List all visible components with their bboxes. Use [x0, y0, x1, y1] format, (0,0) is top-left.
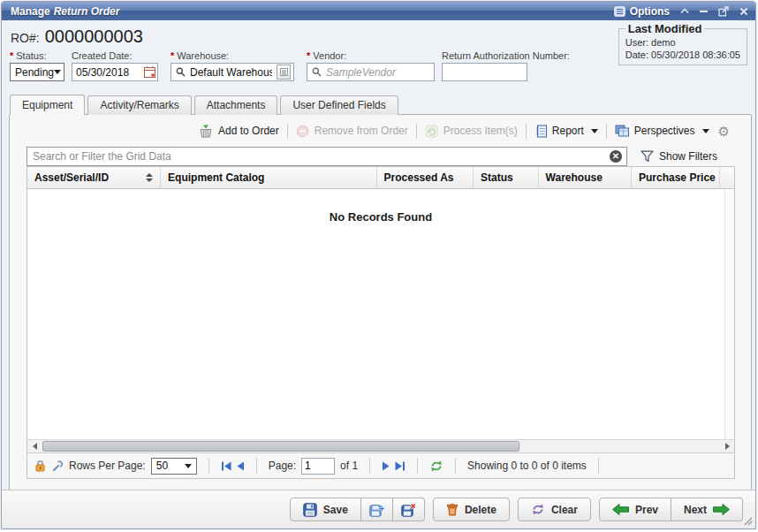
pager-separator	[256, 458, 257, 474]
grid-lock-icon[interactable]	[34, 460, 46, 472]
column-header-status[interactable]: Status	[474, 167, 539, 188]
chevron-up-icon	[680, 8, 689, 14]
tab-bar: Equipment Activity/Remarks Attachments U…	[10, 95, 398, 115]
warehouse-lookup-field[interactable]: Default Warehouse	[171, 63, 294, 81]
sort-icon	[140, 173, 153, 182]
tab-activity-remarks[interactable]: Activity/Remarks	[87, 95, 191, 115]
delete-button[interactable]: Delete	[433, 498, 510, 521]
column-header-equipment-catalog[interactable]: Equipment Catalog	[161, 167, 376, 188]
warehouse-picker-button[interactable]	[277, 65, 291, 80]
created-date-label: Created Date:	[72, 50, 158, 61]
perspectives-button[interactable]: Perspectives	[615, 125, 709, 137]
clear-search-icon[interactable]: ✕	[610, 150, 622, 163]
dropdown-arrow-icon	[54, 70, 61, 74]
return-auth-field-group: Return Authorization Number:	[442, 50, 570, 81]
options-button[interactable]: Options	[614, 5, 670, 18]
popout-icon	[718, 6, 729, 17]
clear-button[interactable]: Clear	[518, 498, 591, 521]
vendor-lookup-field[interactable]: SampleVendor	[307, 63, 435, 81]
grid-settings-gear-icon[interactable]: ⚙	[718, 125, 730, 138]
report-icon	[534, 125, 547, 138]
last-modified-box: Last Modified User: demo Date: 05/30/201…	[618, 22, 747, 65]
warehouse-field-group: *Warehouse: Default Warehouse	[171, 50, 294, 81]
vendor-label: *Vendor:	[307, 50, 435, 61]
dropdown-arrow-icon	[185, 464, 192, 468]
next-page-button[interactable]	[382, 461, 390, 471]
column-header-processed-as[interactable]: Processed As	[377, 167, 474, 188]
last-modified-date: Date: 05/30/2018 08:36:05	[625, 49, 740, 60]
minimize-icon	[700, 10, 708, 13]
vertical-scrollbar-track[interactable]	[724, 189, 734, 439]
first-page-button[interactable]	[221, 461, 232, 471]
column-header-purchase-price[interactable]: Purchase Price	[632, 167, 720, 188]
required-marker: *	[10, 50, 13, 61]
prev-button[interactable]: Prev	[599, 498, 671, 521]
save-and-new-button[interactable]	[361, 498, 393, 521]
delete-trash-icon	[446, 503, 459, 516]
add-to-order-button[interactable]: Add to Order	[199, 125, 279, 138]
horizontal-scrollbar-thumb[interactable]	[42, 441, 519, 452]
tab-equipment[interactable]: Equipment	[10, 95, 85, 115]
column-header-asset-serial-id[interactable]: Asset/Serial/ID	[27, 167, 161, 188]
column-header-warehouse[interactable]: Warehouse	[539, 167, 632, 188]
next-button[interactable]: Next	[671, 498, 743, 521]
next-arrow-icon	[713, 504, 730, 515]
window-title: ManageReturn Order	[11, 5, 119, 18]
return-auth-label: Return Authorization Number:	[442, 50, 570, 61]
dropdown-arrow-icon	[702, 129, 709, 133]
horizontal-scrollbar[interactable]	[27, 439, 734, 452]
grid-search-input[interactable]	[27, 147, 627, 166]
prev-arrow-icon	[612, 504, 629, 515]
prev-next-button-group: Prev Next	[599, 498, 743, 521]
status-select[interactable]: Pending	[10, 63, 64, 81]
save-icon	[303, 503, 317, 517]
dropdown-arrow-icon	[591, 129, 598, 133]
refresh-button[interactable]	[429, 460, 443, 472]
calendar-icon[interactable]	[143, 65, 156, 79]
vendor-field-group: *Vendor: SampleVendor	[307, 50, 435, 81]
perspectives-icon	[615, 125, 629, 137]
pager-separator	[455, 458, 456, 474]
window-title-emphasis: Return Order	[54, 5, 120, 18]
resize-grip[interactable]	[743, 516, 753, 526]
last-modified-user: User: demo	[625, 37, 740, 48]
tab-attachments[interactable]: Attachments	[194, 95, 278, 115]
ro-line: RO#: 0000000003	[11, 27, 143, 47]
options-label: Options	[630, 5, 670, 18]
equipment-grid: Asset/Serial/ID Equipment Catalog Proces…	[27, 166, 735, 479]
prev-page-button[interactable]	[237, 461, 245, 471]
tab-user-defined-fields[interactable]: User Defined Fields	[280, 95, 398, 115]
required-marker: *	[171, 50, 174, 61]
header-scroll-spacer	[720, 167, 734, 188]
grid-customize-wrench-icon[interactable]	[51, 460, 64, 472]
status-field-group: *Status: Pending	[10, 50, 64, 81]
pager-separator	[369, 458, 370, 474]
window-titlebar[interactable]: ManageReturn Order Options	[2, 2, 755, 20]
page-number-input[interactable]	[301, 458, 335, 475]
toolbar-separator	[526, 124, 527, 139]
scroll-left-arrow[interactable]	[27, 440, 42, 452]
remove-from-order-button[interactable]: Remove from Order	[296, 125, 408, 138]
search-icon	[176, 67, 186, 77]
minimize-button[interactable]	[700, 10, 708, 13]
collapse-button[interactable]	[680, 8, 689, 14]
close-button[interactable]	[739, 7, 748, 16]
process-icon	[425, 125, 438, 138]
pagination-bar: Rows Per Page: 50 Page: of 1	[27, 452, 734, 478]
last-page-button[interactable]	[394, 461, 406, 471]
return-auth-input[interactable]	[442, 63, 527, 81]
grid-toolbar: Add to Order Remove from Order Process I…	[199, 120, 730, 141]
report-button[interactable]: Report	[534, 125, 598, 138]
grid-body: No Records Found	[27, 189, 734, 439]
rows-per-page-select[interactable]: 50	[151, 458, 197, 475]
show-filters-button[interactable]: Show Filters	[641, 150, 717, 163]
status-value: Pending	[15, 66, 54, 79]
status-label: *Status:	[10, 50, 64, 61]
popout-button[interactable]	[718, 6, 729, 17]
toolbar-separator	[416, 124, 417, 139]
grid-search-row: ✕ Show Filters	[27, 147, 735, 166]
save-button[interactable]: Save	[290, 498, 361, 521]
save-and-close-button[interactable]	[393, 498, 425, 521]
process-items-button[interactable]: Process Item(s)	[425, 125, 518, 138]
scroll-right-arrow[interactable]	[720, 440, 734, 452]
